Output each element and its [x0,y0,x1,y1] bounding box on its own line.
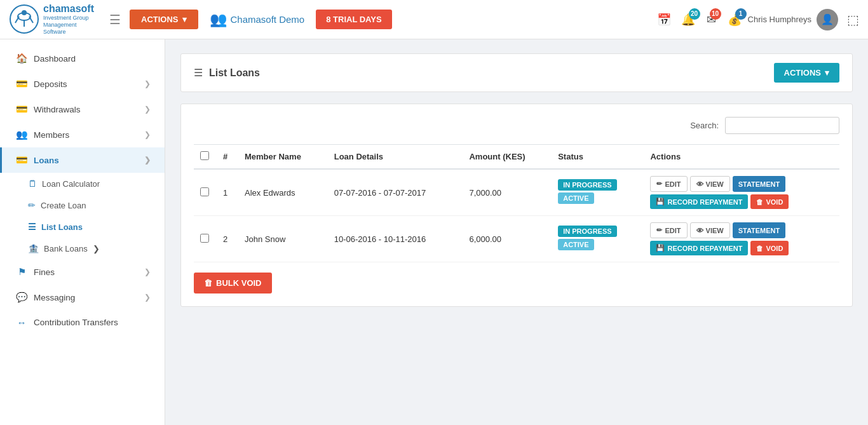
col-member-name: Member Name [238,145,328,170]
wallet-icon-wrap[interactable]: 💰 1 [728,13,742,27]
logo: chamasoft Investment Group Management So… [9,3,100,35]
sidebar-item-withdrawals[interactable]: 💳 Withdrawals ❯ [0,97,165,122]
row1-status-inprogress: IN PROGRESS [558,179,616,191]
calculator-icon: 🗒 [28,179,37,189]
sidebar-item-members[interactable]: 👥 Members ❯ [0,122,165,147]
sidebar-item-label: Withdrawals [34,105,81,114]
row1-details: 07-07-2016 - 07-07-2017 [328,169,463,216]
calendar-icon: 📅 [657,13,671,27]
wallet-badge: 1 [735,8,747,20]
message-icon-wrap[interactable]: ✉ 10 [707,13,716,27]
sidebar-item-fines[interactable]: ⚑ Fines ❯ [0,259,165,285]
col-checkbox [194,145,217,170]
logout-icon[interactable]: ⬚ [847,12,859,27]
row1-edit-button[interactable]: ✏ EDIT [650,176,687,192]
edit-icon: ✏ [656,226,662,234]
row1-checkbox[interactable] [200,187,209,196]
svg-point-0 [10,5,38,33]
sidebar-item-label: Contribution Transfers [34,318,118,327]
sidebar-item-label: Loans [34,156,59,165]
col-loan-details: Loan Details [328,145,463,170]
avatar-icon: 👤 [821,13,834,25]
table-row: 1 Alex Edwards 07-07-2016 - 07-07-2017 7… [194,169,839,216]
row2-statement-button[interactable]: STATEMENT [733,222,786,238]
row1-void-button[interactable]: 🗑 VOID [750,194,789,209]
row1-num: 1 [217,169,238,216]
sidebar-item-loans[interactable]: 💳 Loans ❯ [0,147,165,173]
home-icon: 🏠 [16,53,27,64]
sidebar-sub-label: Bank Loans [44,244,88,253]
sidebar-item-bank-loans[interactable]: 🏦 Bank Loans ❯ [28,238,165,259]
edit-icon: ✏ [656,180,662,188]
chevron-down-icon: ❯ [93,244,100,253]
list-icon: ☰ [28,222,36,232]
col-amount: Amount (KES) [463,145,552,170]
top-actions-button[interactable]: ACTIONS ▾ [130,10,198,29]
row2-amount: 6,000.00 [463,216,552,262]
sidebar-item-create-loan[interactable]: ✏ Create Loan [28,194,165,216]
sidebar-item-dashboard[interactable]: 🏠 Dashboard [0,46,165,71]
row2-action-group: ✏ EDIT 👁 VIEW STATEMENT [650,222,833,238]
row1-amount: 7,000.00 [463,169,552,216]
row1-actions: ✏ EDIT 👁 VIEW STATEMENT [644,169,839,216]
row2-num: 2 [217,216,238,262]
sidebar-item-label: Messaging [34,293,75,302]
page-title: List Loans [209,67,260,79]
messages-badge: 10 [710,8,721,20]
page-actions-label: ACTIONS [784,68,822,78]
row2-edit-button[interactable]: ✏ EDIT [650,222,687,238]
sidebar-item-loan-calculator[interactable]: 🗒 Loan Calculator [28,173,165,194]
group-name: Chamasoft Demo [231,14,305,25]
row2-action-group2: 💾 RECORD REPAYMENT 🗑 VOID [650,241,833,255]
col-actions: Actions [644,145,839,170]
withdrawals-icon: 💳 [16,104,27,115]
row1-view-button[interactable]: 👁 VIEW [690,176,730,192]
row1-status-active: ACTIVE [558,192,593,204]
select-all-checkbox[interactable] [200,151,209,160]
sidebar-item-label: Members [34,130,69,140]
row2-void-button[interactable]: 🗑 VOID [750,241,789,255]
search-input[interactable] [725,117,839,134]
topnav-right: 📅 🔔 20 ✉ 10 💰 1 Chris Humphreys 👤 ⬚ [657,9,859,30]
edit-icon: ✏ [28,200,36,210]
row2-record-button[interactable]: 💾 RECORD REPAYMENT [650,241,748,255]
calendar-icon-wrap[interactable]: 📅 [657,13,671,27]
sidebar-item-list-loans[interactable]: ☰ List Loans [28,216,165,238]
sidebar-item-label: Deposits [34,79,67,89]
sidebar-item-contribution-transfers[interactable]: ↔ Contribution Transfers [0,310,165,335]
fines-icon: ⚑ [16,266,27,278]
bulk-void-button[interactable]: 🗑 BULK VOID [194,273,272,293]
sidebar: 🏠 Dashboard 💳 Deposits ❯ 💳 Withdrawals ❯… [0,39,165,425]
loans-table: # Member Name Loan Details Amount (KES) … [194,144,839,262]
sidebar-item-label: Dashboard [34,54,76,64]
bulk-void-label: BULK VOID [216,278,262,288]
record-icon: 💾 [656,244,665,252]
row2-checkbox[interactable] [200,234,209,243]
page-header: ☰ List Loans ACTIONS ▾ [180,53,853,92]
sidebar-item-deposits[interactable]: 💳 Deposits ❯ [0,71,165,97]
members-icon: 👥 [16,129,27,140]
page-actions-button[interactable]: ACTIONS ▾ [774,63,840,83]
list-title-icon: ☰ [194,67,203,79]
topnav: chamasoft Investment Group Management So… [0,0,868,39]
eye-icon: 👁 [696,227,703,234]
row1-checkbox-cell [194,169,217,216]
trial-button[interactable]: 8 TRIAL DAYS [316,10,391,29]
row1-statement-button[interactable]: STATEMENT [733,176,786,192]
loans-card: Search: # Member Name Loan Details Amoun… [180,104,853,307]
row2-member: John Snow [238,216,328,262]
record-icon: 💾 [656,198,665,206]
row2-view-button[interactable]: 👁 VIEW [690,222,730,238]
chevron-down-icon: ❯ [144,293,151,302]
table-header-row: # Member Name Loan Details Amount (KES) … [194,145,839,170]
sidebar-sub-label: List Loans [41,222,83,232]
user-menu[interactable]: Chris Humphreys 👤 [748,9,838,30]
bell-icon-wrap[interactable]: 🔔 20 [681,13,695,27]
row1-record-button[interactable]: 💾 RECORD REPAYMENT [650,194,748,209]
row1-action-group2: 💾 RECORD REPAYMENT 🗑 VOID [650,194,833,209]
hamburger-icon[interactable]: ☰ [109,12,121,27]
group-icon: 👥 [210,11,227,28]
chevron-down-icon: ❯ [144,105,151,114]
sidebar-item-messaging[interactable]: 💬 Messaging ❯ [0,285,165,310]
page-title-wrap: ☰ List Loans [194,67,260,79]
